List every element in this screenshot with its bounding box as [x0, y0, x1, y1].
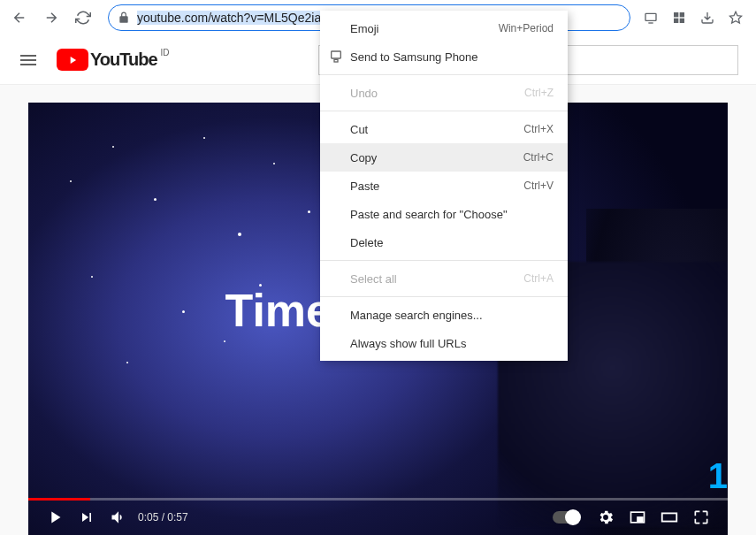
volume-button[interactable]	[103, 501, 134, 533]
context-menu-item-manage-search-engines[interactable]: Manage search engines...	[320, 301, 568, 329]
bookmark-star-icon[interactable]	[728, 10, 744, 26]
reload-icon	[75, 10, 91, 26]
context-menu-item-select-all: Select allCtrl+A	[320, 264, 568, 293]
context-menu-item-label: Emoji	[350, 22, 379, 35]
url-text: youtube.com/watch?v=ML5Qe2iae	[137, 11, 328, 25]
svg-rect-2	[680, 12, 684, 17]
context-menu-item-label: Paste	[350, 180, 379, 193]
context-menu-item-copy[interactable]: CopyCtrl+C	[320, 143, 568, 172]
menu-icon	[18, 50, 39, 71]
settings-button[interactable]	[590, 501, 622, 533]
context-menu-item-label: Cut	[350, 123, 368, 136]
context-menu-separator	[320, 296, 568, 297]
theater-icon	[660, 508, 679, 527]
context-menu-item-shortcut: Ctrl+Z	[524, 87, 554, 99]
context-menu-item-paste-and-search-for-choose[interactable]: Paste and search for "Choose"	[320, 200, 568, 228]
svg-rect-10	[334, 59, 338, 62]
context-menu-item-always-show-full-urls[interactable]: Always show full URLs	[320, 329, 568, 357]
gear-icon	[597, 508, 615, 526]
extensions-icon[interactable]	[671, 10, 687, 26]
svg-rect-4	[680, 19, 684, 23]
arrow-left-icon	[11, 10, 27, 26]
fullscreen-icon	[692, 508, 710, 526]
miniplayer-button[interactable]	[622, 501, 653, 533]
next-icon	[78, 508, 95, 526]
context-menu-item-label: Send to Samsung Phone	[350, 50, 478, 64]
youtube-wordmark: YouTube	[90, 50, 157, 70]
svg-rect-8	[662, 513, 677, 521]
context-menu-separator	[320, 260, 568, 261]
svg-rect-7	[638, 517, 643, 521]
autoplay-toggle[interactable]	[553, 511, 579, 524]
lock-icon	[118, 11, 130, 24]
reload-button[interactable]	[71, 5, 95, 30]
context-menu-item-shortcut: Win+Period	[499, 22, 554, 34]
video-time-display: 0:05 / 0:57	[138, 511, 188, 524]
forward-button[interactable]	[39, 5, 64, 30]
context-menu-item-shortcut: Ctrl+C	[523, 151, 554, 164]
youtube-country-code: ID	[161, 48, 170, 57]
context-menu-item-delete[interactable]: Delete	[320, 228, 568, 256]
context-menu-separator	[320, 111, 568, 111]
volume-icon	[110, 508, 127, 526]
context-menu-item-label: Undo	[350, 87, 378, 100]
svg-rect-9	[332, 51, 341, 58]
hamburger-menu-button[interactable]	[18, 50, 39, 71]
next-button[interactable]	[71, 501, 103, 533]
context-menu-item-shortcut: Ctrl+X	[523, 123, 554, 135]
download-icon[interactable]	[699, 10, 715, 26]
context-menu-item-label: Copy	[350, 151, 377, 164]
svg-rect-1	[674, 12, 678, 17]
cast-icon[interactable]	[643, 10, 659, 26]
context-menu-separator	[320, 74, 568, 75]
context-menu-item-label: Always show full URLs	[350, 337, 467, 350]
context-menu-item-emoji[interactable]: EmojiWin+Period	[320, 14, 568, 42]
theater-button[interactable]	[653, 501, 685, 533]
svg-rect-3	[674, 19, 678, 23]
context-menu-item-undo: UndoCtrl+Z	[320, 79, 568, 107]
context-menu-item-shortcut: Ctrl+A	[523, 272, 554, 285]
context-menu-item-send-to-samsung-phone[interactable]: Send to Samsung Phone	[320, 42, 568, 71]
context-menu-item-label: Paste and search for "Choose"	[350, 208, 508, 221]
context-menu-item-cut[interactable]: CutCtrl+X	[320, 115, 568, 143]
svg-rect-0	[645, 13, 656, 20]
context-menu-item-label: Delete	[350, 236, 384, 249]
context-menu: EmojiWin+PeriodSend to Samsung PhoneUndo…	[320, 11, 568, 361]
play-icon	[45, 508, 65, 527]
browser-action-icons	[643, 10, 749, 26]
svg-marker-5	[729, 11, 741, 23]
video-controls: 0:05 / 0:57	[28, 500, 728, 535]
youtube-logo[interactable]: YouTube ID	[57, 49, 168, 71]
miniplayer-icon	[629, 508, 646, 526]
fullscreen-button[interactable]	[685, 501, 717, 533]
context-menu-item-label: Manage search engines...	[350, 309, 483, 322]
arrow-right-icon	[43, 10, 59, 26]
play-button[interactable]	[39, 501, 71, 533]
video-corner-number: 1	[708, 456, 728, 496]
context-menu-item-paste[interactable]: PasteCtrl+V	[320, 172, 568, 200]
back-button[interactable]	[7, 5, 32, 30]
youtube-play-badge-icon	[57, 49, 88, 71]
context-menu-item-shortcut: Ctrl+V	[523, 180, 554, 192]
context-menu-item-label: Select all	[350, 272, 397, 286]
device-icon	[329, 50, 343, 64]
